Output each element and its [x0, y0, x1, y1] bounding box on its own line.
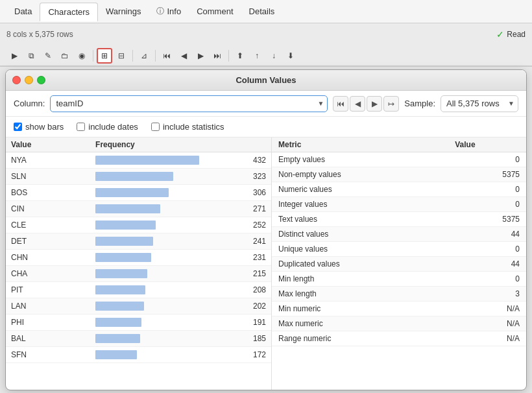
bar-cell — [90, 201, 207, 217]
stats-row: Empty values0 — [272, 152, 526, 167]
move-up-btn[interactable]: ↑ — [249, 48, 265, 64]
table-row: PIT208 — [6, 282, 271, 298]
move-down-btn[interactable]: ↓ — [266, 48, 282, 64]
bar-cell — [90, 233, 207, 250]
bar-cell — [90, 169, 207, 185]
stats-row: Non-empty values5375 — [272, 167, 526, 182]
skip-end-btn[interactable]: ⏭ — [210, 48, 225, 64]
value-cell: PHI — [6, 315, 90, 331]
metric-cell: Unique values — [272, 242, 448, 257]
move-bottom-btn[interactable]: ⬇ — [283, 48, 298, 64]
separator-4 — [228, 50, 229, 62]
table-row: DET241 — [6, 233, 271, 250]
frequency-cell: 323 — [207, 169, 271, 185]
bar-cell — [90, 298, 207, 315]
first-col-btn[interactable]: ⏮ — [333, 96, 348, 112]
value-cell: SLN — [6, 169, 90, 185]
window-titlebar: Column Values — [6, 70, 526, 91]
include-stats-checkbox[interactable]: include statistics — [151, 122, 224, 132]
minimize-window-btn[interactable] — [25, 76, 33, 84]
window-controls — [12, 76, 45, 84]
move-top-btn[interactable]: ⬆ — [232, 48, 248, 64]
separator-2 — [132, 50, 133, 62]
table-row: PHI191 — [6, 315, 271, 331]
tab-warnings[interactable]: Warnings — [98, 3, 149, 20]
include-dates-checkbox[interactable]: include dates — [77, 122, 138, 132]
skip-first-btn[interactable]: ⏮ — [159, 48, 175, 64]
copy-btn[interactable]: ⧉ — [23, 48, 39, 64]
value-cell: DET — [6, 233, 90, 250]
stat-value-cell: 5375 — [448, 167, 526, 182]
metric-cell: Empty values — [272, 152, 448, 167]
metric-cell: Distinct values — [272, 227, 448, 242]
tab-bar: Data Characters Warnings ⓘ Info Comment … — [0, 0, 532, 23]
frequency-cell: 208 — [207, 282, 271, 298]
play-btn[interactable]: ▶ — [6, 48, 22, 64]
stats-row: Unique values0 — [272, 242, 526, 257]
next-btn[interactable]: ▶ — [193, 48, 208, 64]
stat-value-cell: 44 — [448, 227, 526, 242]
eye-btn[interactable]: ◉ — [74, 48, 90, 64]
tab-details[interactable]: Details — [241, 3, 283, 20]
tab-info[interactable]: ⓘ Info — [149, 2, 189, 21]
grid-view-btn[interactable]: ⊞ — [97, 48, 112, 64]
metric-cell: Min length — [272, 272, 448, 287]
frequency-cell: 306 — [207, 185, 271, 201]
frequency-cell: 172 — [207, 347, 271, 363]
bar-cell — [90, 282, 207, 298]
stat-value-cell: 0 — [448, 272, 526, 287]
value-cell: LAN — [6, 298, 90, 315]
folder-btn[interactable]: 🗀 — [57, 48, 73, 64]
column-select[interactable]: teamID — [50, 95, 328, 112]
tab-comment[interactable]: Comment — [189, 3, 241, 20]
stats-row: Text values5375 — [272, 212, 526, 227]
value-col-header: Value — [6, 137, 90, 152]
stat-value-cell: N/A — [448, 331, 526, 346]
frequency-cell: 185 — [207, 331, 271, 347]
bar-cell — [90, 315, 207, 331]
bar-cell — [90, 331, 207, 347]
tab-characters[interactable]: Characters — [40, 3, 98, 21]
value-frequency-panel: Value Frequency NYA432SLN323BOS306CIN271… — [6, 137, 272, 390]
bar-cell — [90, 185, 207, 201]
prev-col-btn[interactable]: ◀ — [350, 96, 365, 112]
separator-1 — [93, 50, 93, 62]
metric-cell: Duplicated values — [272, 257, 448, 272]
edit-btn[interactable]: ✎ — [40, 48, 56, 64]
table-row: BOS306 — [6, 185, 271, 201]
toolbar-info-row: 8 cols x 5,375 rows ✓ Read — [0, 23, 532, 45]
show-bars-checkbox[interactable]: show bars — [14, 122, 64, 132]
column-selector-row: Column: teamID ▼ ⏮ ◀ ▶ ↦ Sample: All 5,3… — [6, 91, 526, 117]
close-window-btn[interactable] — [12, 76, 21, 84]
next-col-btn[interactable]: ▶ — [367, 96, 382, 112]
sample-select[interactable]: All 5,375 rows — [441, 95, 518, 112]
frequency-cell: 252 — [207, 217, 271, 233]
options-row: show bars include dates include statisti… — [6, 117, 526, 137]
check-icon: ✓ — [496, 29, 504, 40]
frequency-col-header: Frequency — [90, 137, 271, 152]
include-dates-input[interactable] — [77, 123, 85, 131]
show-bars-input[interactable] — [14, 123, 22, 131]
stats-row: Distinct values44 — [272, 227, 526, 242]
stat-value-cell: 5375 — [448, 212, 526, 227]
frequency-cell: 191 — [207, 315, 271, 331]
frequency-cell: 241 — [207, 233, 271, 250]
maximize-window-btn[interactable] — [37, 76, 45, 84]
include-stats-input[interactable] — [151, 123, 160, 131]
prev-btn[interactable]: ◀ — [176, 48, 191, 64]
value-cell: BAL — [6, 331, 90, 347]
metric-cell: Integer values — [272, 197, 448, 212]
frequency-cell: 271 — [207, 201, 271, 217]
table-view-btn[interactable]: ⊟ — [114, 48, 129, 64]
value-cell: CHA — [6, 266, 90, 282]
last-col-btn[interactable]: ↦ — [383, 96, 399, 112]
window-title: Column Values — [236, 75, 296, 85]
stat-value-cell: 0 — [448, 197, 526, 212]
stats-row: Min numericN/A — [272, 302, 526, 316]
tab-data[interactable]: Data — [6, 3, 40, 20]
row-count-info: 8 cols x 5,375 rows — [6, 30, 492, 39]
stats-table: Metric Value Empty values0Non-empty valu… — [272, 137, 526, 346]
stats-panel: Metric Value Empty values0Non-empty valu… — [272, 137, 526, 390]
stat-value-cell: 3 — [448, 287, 526, 302]
filter-btn[interactable]: ⊿ — [136, 48, 152, 64]
